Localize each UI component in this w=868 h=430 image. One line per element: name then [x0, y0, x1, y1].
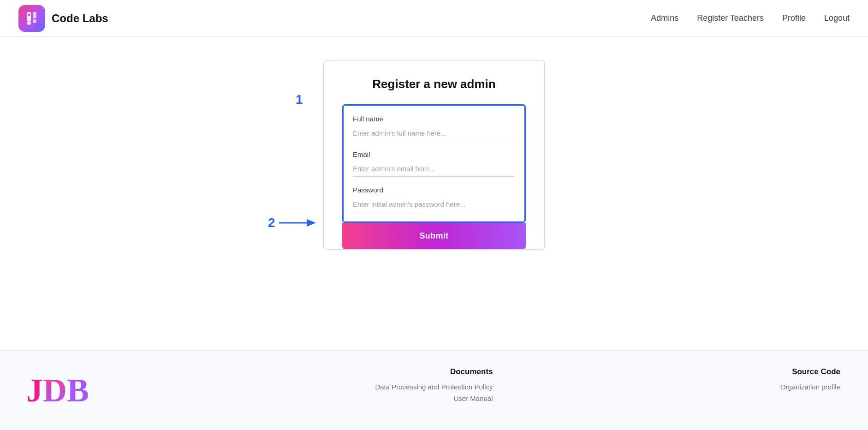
nav-logout[interactable]: Logout	[824, 13, 850, 23]
svg-rect-0	[27, 12, 31, 21]
annotation-2-area: 2	[268, 215, 316, 230]
header: Code Labs Admins Register Teachers Profi…	[0, 0, 868, 37]
form-wrapper: 1 2 Register a new admin Full name Email	[323, 60, 545, 250]
svg-marker-6	[307, 219, 316, 227]
footer-logo-d: D	[43, 374, 67, 407]
svg-rect-1	[33, 12, 36, 18]
logo-text: Code Labs	[52, 12, 108, 25]
logo-area: Code Labs	[18, 5, 108, 32]
footer-documents-col: Documents Data Processing and Protection…	[375, 367, 493, 406]
password-label: Password	[353, 186, 515, 194]
email-input[interactable]	[353, 162, 515, 177]
register-form-card: Register a new admin Full name Email Pas…	[323, 60, 545, 250]
full-name-input[interactable]	[353, 126, 515, 141]
logo-icon	[18, 5, 45, 32]
footer: J D B Documents Data Processing and Prot…	[0, 350, 868, 430]
svg-point-2	[27, 21, 31, 25]
footer-logo-j: J	[28, 374, 43, 407]
annotation-2: 2	[268, 215, 275, 230]
footer-logo-b: B	[67, 374, 88, 407]
svg-point-3	[33, 19, 36, 23]
main-nav: Admins Register Teachers Profile Logout	[651, 13, 850, 23]
nav-admins[interactable]: Admins	[651, 13, 678, 23]
footer-logo-box: J D B	[28, 367, 88, 413]
email-label: Email	[353, 150, 515, 158]
email-group: Email	[353, 150, 515, 177]
footer-link-org[interactable]: Organization profile	[780, 383, 840, 391]
nav-profile[interactable]: Profile	[782, 13, 806, 23]
arrow-icon	[279, 217, 316, 228]
documents-title: Documents	[450, 367, 493, 376]
footer-source-col: Source Code Organization profile	[780, 367, 840, 394]
footer-link-manual[interactable]: User Manual	[453, 394, 493, 402]
nav-register-teachers[interactable]: Register Teachers	[697, 13, 764, 23]
password-input[interactable]	[353, 197, 515, 212]
footer-logo-letters: J D B	[28, 374, 88, 407]
form-title: Register a new admin	[342, 77, 526, 91]
footer-logo: J D B	[28, 367, 88, 413]
password-group: Password	[353, 186, 515, 212]
full-name-group: Full name	[353, 115, 515, 141]
annotation-1: 1	[296, 92, 303, 107]
submit-button[interactable]: Submit	[342, 223, 526, 249]
footer-link-dpp[interactable]: Data Processing and Protection Policy	[375, 383, 493, 391]
source-code-title: Source Code	[792, 367, 840, 376]
svg-point-4	[28, 13, 30, 16]
fields-box: Full name Email Password	[342, 104, 526, 223]
main-content: 1 2 Register a new admin Full name Email	[0, 37, 868, 350]
full-name-label: Full name	[353, 115, 515, 123]
